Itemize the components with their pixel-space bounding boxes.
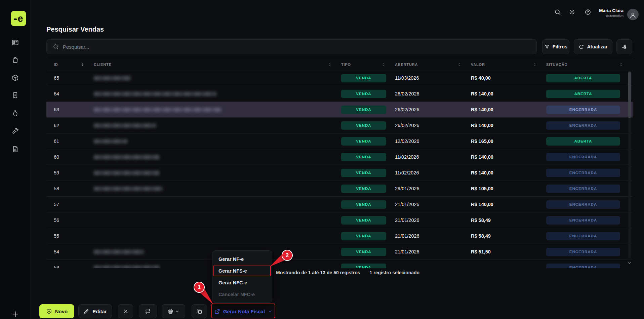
row-situacao: ENCERRADA [546,232,633,240]
table-row[interactable]: 65 VENDA 11/03/2026 R$ 40,00 ABERTA [46,70,633,86]
user-name: Maria Clara [588,8,623,13]
sidebar: e [0,0,30,319]
table-row[interactable]: 62 VENDA 26/02/2026 R$ 140,00 ENCERRADA [46,118,633,133]
context-menu-item[interactable]: Gerar NF-e [212,253,272,265]
row-situacao: ENCERRADA [546,106,633,114]
search-icon [53,44,59,50]
situacao-badge: ENCERRADA [546,169,620,177]
table-row[interactable]: 57 VENDA 21/01/2026 R$ 140,00 ENCERRADA [46,197,633,212]
row-client [94,155,341,159]
user-org: Automotivo [588,14,623,18]
context-menu-items: Gerar NF-eGerar NFS-eGerar NFC-eCancelar… [212,253,272,300]
tipo-badge: VENDA [341,248,386,256]
app-window: e [0,0,644,319]
table-row[interactable]: 55 VENDA 21/01/2026 R$ 58,49 ENCERRADA [46,228,633,244]
global-search-button[interactable] [552,6,564,18]
app-logo[interactable]: e [11,11,26,26]
search-input[interactable] [63,44,531,50]
refresh-label: Atualizar [587,44,607,49]
duplicate-button[interactable] [192,304,207,318]
chevron-down-icon [175,309,179,314]
row-valor: R$ 140,00 [471,123,546,128]
column-header-valor[interactable]: VALOR [471,63,546,67]
table-scrollbar-thumb[interactable] [628,72,631,118]
context-menu-item: Cancelar NFC-e [212,288,272,300]
edit-button-label: Editar [92,309,107,314]
sort-desc-icon[interactable] [80,63,84,67]
row-tipo: VENDA [341,232,395,240]
edit-button[interactable]: Editar [78,304,112,318]
table-settings-button[interactable] [616,39,632,54]
new-button[interactable]: Novo [39,304,74,318]
situacao-badge: ENCERRADA [546,185,620,193]
repeat-button[interactable] [139,304,157,318]
table-row[interactable]: 63 VENDA 26/02/2026 R$ 140,00 ENCERRADA [46,102,633,118]
sort-icon[interactable] [619,63,623,67]
table-row[interactable]: 64 VENDA 26/02/2026 R$ 140,00 ABERTA [46,86,633,102]
filters-button[interactable]: Filtros [542,39,569,54]
row-client [94,92,341,96]
search-bar [46,39,537,54]
sort-icon[interactable] [457,63,461,67]
print-button[interactable] [162,304,185,318]
table-row[interactable]: 54 VENDA 21/01/2026 R$ 51,50 ENCERRADA [46,244,633,260]
table-row[interactable]: 60 VENDA 11/02/2026 R$ 140,00 ENCERRADA [46,149,633,165]
tipo-badge: VENDA [341,121,386,130]
new-button-label: Novo [55,309,68,314]
column-header-tipo[interactable]: TIPO [341,63,395,67]
redacted-client-name [94,92,216,96]
table-row[interactable]: 53 VENDA ENCERRADA [46,260,633,268]
annotation-step-1: 1 [194,282,205,293]
table-row[interactable]: 56 VENDA 21/01/2026 R$ 58,49 ENCERRADA [46,212,633,228]
sidebar-item-sales[interactable] [0,55,30,65]
situacao-badge: ENCERRADA [546,248,620,256]
situacao-badge: ABERTA [546,74,620,82]
table-row[interactable]: 58 VENDA 29/01/2026 R$ 105,00 ENCERRADA [46,181,633,197]
sort-icon[interactable] [328,63,332,67]
refresh-icon [578,44,584,50]
row-situacao: ENCERRADA [546,216,633,225]
situacao-badge: ENCERRADA [546,264,620,269]
generate-invoice-button[interactable]: Gerar Nota Fiscal [214,305,273,318]
row-abertura: 26/02/2026 [395,107,471,112]
column-header-situacao[interactable]: SITUAÇÃO [546,63,633,67]
row-id: 56 [46,217,94,223]
sidebar-item-orders[interactable] [0,90,30,100]
sort-icon[interactable] [533,63,537,67]
chevron-down-icon [627,261,632,266]
column-header-cliente[interactable]: CLIENTE [94,63,341,67]
row-id: 58 [46,186,94,191]
row-client [94,123,341,128]
row-tipo: VENDA [341,248,395,256]
situacao-badge: ENCERRADA [546,232,620,240]
sidebar-item-contact-card[interactable] [0,37,30,47]
row-id: 59 [46,170,94,175]
table-scrollbar-track[interactable] [628,71,631,258]
sidebar-item-reports[interactable] [0,144,30,154]
sidebar-item-products[interactable] [0,73,30,83]
sidebar-item-services[interactable] [0,126,30,136]
sidebar-item-purchases[interactable] [0,108,30,118]
user-avatar[interactable] [627,9,639,20]
row-tipo: VENDA [341,74,395,82]
column-header-id[interactable]: ID [46,63,94,67]
tipo-badge: VENDA [341,232,386,240]
sort-icon[interactable] [381,63,386,67]
column-header-abertura[interactable]: ABERTURA [395,63,471,67]
row-abertura: 11/03/2026 [395,75,471,81]
annotation-step-2: 2 [282,250,293,261]
theme-toggle-button[interactable] [566,6,578,18]
redacted-client-name [94,139,127,144]
table-row[interactable]: 59 VENDA 11/02/2026 R$ 140,00 ENCERRADA [46,165,633,181]
cancel-button[interactable] [118,304,133,318]
refresh-button[interactable]: Atualizar [574,39,612,54]
row-tipo: VENDA [341,169,395,177]
scroll-down-button[interactable] [625,260,633,266]
context-menu-item[interactable]: Gerar NFC-e [212,277,272,288]
context-menu-item[interactable]: Gerar NFS-e [212,265,272,277]
tipo-badge: VENDA [341,264,386,269]
row-id: 64 [46,91,94,96]
close-x-icon [123,308,129,314]
sidebar-add-button[interactable] [0,309,30,319]
table-row[interactable]: 61 VENDA 12/02/2026 R$ 165,00 ABERTA [46,133,633,149]
